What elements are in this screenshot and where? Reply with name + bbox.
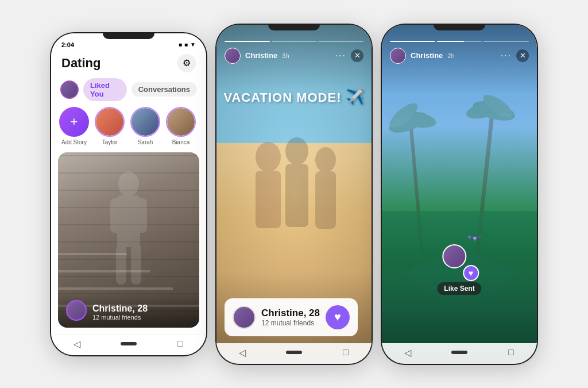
svg-point-4 xyxy=(118,171,139,197)
status-bar: 2:04 ■ ■ ▼ xyxy=(51,41,206,52)
status-time: 2:04 xyxy=(61,41,74,48)
nav-bar-2: ◁ □ xyxy=(216,343,372,364)
heart-2: ♥ xyxy=(473,234,477,243)
svg-point-14 xyxy=(315,147,336,172)
story-screen-2: Christine 3h ··· ✕ VACATION MODE! ✈️ Chr… xyxy=(216,25,372,364)
profile-overlay: Christine, 28 12 mutual friends xyxy=(58,292,199,328)
more-options-button-3[interactable]: ··· xyxy=(501,51,512,61)
svg-rect-6 xyxy=(110,198,122,233)
story-user-row-3: Christine 2h ··· ✕ xyxy=(390,48,529,64)
progress-bar-3-1 xyxy=(390,41,435,42)
svg-point-12 xyxy=(285,137,308,165)
user-avatar[interactable] xyxy=(60,80,79,99)
like-sent-label: Like Sent xyxy=(437,282,481,295)
tab-liked-you[interactable]: Liked You xyxy=(83,78,127,101)
recents-button-2[interactable]: □ xyxy=(338,344,354,360)
more-options-button-2[interactable]: ··· xyxy=(335,51,346,61)
story-card-avatar-2 xyxy=(233,306,256,329)
story-label-sarah: Sarah xyxy=(138,139,153,145)
close-button-3[interactable]: ✕ xyxy=(516,49,529,62)
story-card-bg-2: Christine, 28 12 mutual friends ♥ xyxy=(225,298,358,336)
story-time-3: 2h xyxy=(447,52,454,59)
back-button-3[interactable]: ◁ xyxy=(400,344,416,360)
story-user-row-2: Christine 3h ··· ✕ xyxy=(225,48,363,64)
story-username-3: Christine xyxy=(411,51,443,60)
like-sent-heart-icon: ♥ xyxy=(463,265,479,281)
recents-button[interactable]: □ xyxy=(172,336,188,352)
story-card-info-2: Christine, 28 12 mutual friends xyxy=(261,308,320,327)
svg-point-10 xyxy=(256,142,281,172)
signal-icon: ■ xyxy=(179,41,182,48)
profile-thumbnail xyxy=(66,300,87,321)
svg-rect-15 xyxy=(315,171,336,229)
story-label-bianca: Bianca xyxy=(172,139,190,145)
profile-info: Christine, 28 12 mutual friends xyxy=(92,304,148,321)
nav-bar: ◁ □ xyxy=(51,335,206,355)
progress-bar-3-3 xyxy=(483,41,529,42)
phone-3: Christine 2h ··· ✕ ♥ ♥ ♥ ♥ Like Sent ◁ xyxy=(382,25,537,364)
svg-rect-8 xyxy=(116,244,126,285)
back-button[interactable]: ◁ xyxy=(69,336,85,352)
story-user-avatar-2 xyxy=(225,48,241,64)
story-screen-3: Christine 2h ··· ✕ ♥ ♥ ♥ ♥ Like Sent ◁ xyxy=(382,25,537,364)
story-item-sarah[interactable]: Sarah xyxy=(130,107,160,145)
floating-hearts: ♥ ♥ ♥ xyxy=(468,234,481,243)
battery-icon: ▼ xyxy=(190,41,196,48)
story-item-bianca[interactable]: Bianca xyxy=(166,107,196,145)
story-time-2: 3h xyxy=(282,52,289,59)
story-username-2: Christine xyxy=(245,51,277,60)
progress-bar-3 xyxy=(318,41,363,42)
story-card-name-2: Christine, 28 xyxy=(261,308,320,319)
tab-row: Liked You Conversations xyxy=(51,78,206,107)
recents-button-3[interactable]: □ xyxy=(503,344,519,360)
svg-rect-13 xyxy=(285,164,308,227)
progress-bar-1 xyxy=(225,41,270,42)
story-label-taylor: Taylor xyxy=(102,139,118,145)
like-sent-avatar xyxy=(442,244,466,268)
progress-bar-2 xyxy=(272,41,317,42)
heart-1: ♥ xyxy=(468,234,471,243)
like-sent-overlay: ♥ ♥ ♥ ♥ Like Sent xyxy=(437,244,481,295)
nav-bar-3: ◁ □ xyxy=(382,343,537,364)
story-avatar-taylor xyxy=(95,107,125,137)
story-header-actions-2: ··· ✕ xyxy=(335,49,363,62)
close-button-2[interactable]: ✕ xyxy=(351,49,363,62)
add-story-label: Add Story xyxy=(61,139,87,145)
heart-3: ♥ xyxy=(478,234,481,243)
story-header-actions-3: ··· ✕ xyxy=(501,49,529,62)
story-card-bottom-2: Christine, 28 12 mutual friends ♥ xyxy=(225,298,363,336)
story-card-mutual-2: 12 mutual friends xyxy=(261,319,320,327)
page-title: Dating xyxy=(61,56,100,71)
story-item-taylor[interactable]: Taylor xyxy=(95,107,125,145)
airplane-emoji: ✈️ xyxy=(346,88,365,105)
story-user-avatar-3 xyxy=(390,48,406,64)
wifi-icon: ■ xyxy=(184,41,188,48)
profile-card[interactable]: Christine, 28 12 mutual friends xyxy=(58,152,199,328)
tab-conversations[interactable]: Conversations xyxy=(131,82,197,97)
progress-bars-3 xyxy=(390,41,529,42)
back-button-2[interactable]: ◁ xyxy=(234,344,250,360)
svg-rect-16 xyxy=(409,128,424,254)
home-button-3[interactable] xyxy=(451,351,467,354)
story-add[interactable]: + Add Story xyxy=(59,107,89,145)
story-avatar-bianca xyxy=(166,107,196,137)
dating-header: Dating ⚙ xyxy=(51,52,206,78)
vacation-text: VACATION MODE! ✈️ xyxy=(216,88,372,106)
svg-rect-11 xyxy=(256,171,281,228)
phone-1: 2:04 ■ ■ ▼ Dating ⚙ Liked You Conversati… xyxy=(51,33,206,355)
stories-row: + Add Story Taylor Sarah Bianca xyxy=(51,107,206,152)
svg-rect-7 xyxy=(136,198,147,233)
svg-rect-9 xyxy=(131,244,141,285)
profile-name: Christine, 28 xyxy=(92,304,148,314)
add-story-button[interactable]: + xyxy=(59,107,89,137)
profile-mutual: 12 mutual friends xyxy=(92,314,148,321)
home-button-2[interactable] xyxy=(286,351,302,354)
home-button[interactable] xyxy=(121,342,137,345)
like-button-2[interactable]: ♥ xyxy=(326,305,350,329)
phone-2: Christine 3h ··· ✕ VACATION MODE! ✈️ Chr… xyxy=(216,25,372,364)
settings-button[interactable]: ⚙ xyxy=(177,54,196,72)
progress-bars-2 xyxy=(225,41,363,42)
like-sent-icon-group: ♥ ♥ ♥ ♥ xyxy=(442,244,477,279)
story-avatar-sarah xyxy=(130,107,160,137)
status-icons: ■ ■ ▼ xyxy=(179,41,196,48)
